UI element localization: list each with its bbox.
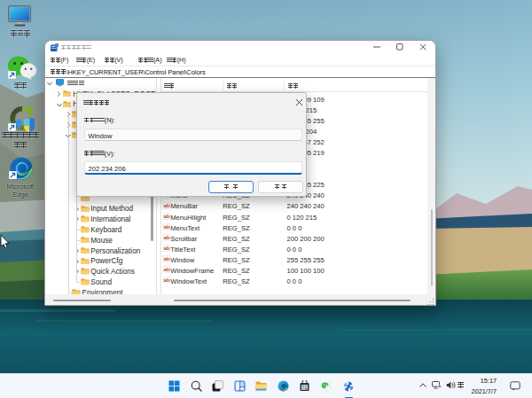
svg-text:ab: ab — [163, 223, 169, 230]
svg-text:ab: ab — [163, 266, 169, 272]
svg-text:ab: ab — [163, 213, 169, 219]
svg-text:ab: ab — [163, 255, 169, 261]
svg-text:ab: ab — [163, 234, 169, 240]
svg-text:ab: ab — [163, 277, 169, 283]
svg-text:ab: ab — [163, 202, 169, 208]
svg-text:ab: ab — [163, 245, 169, 251]
